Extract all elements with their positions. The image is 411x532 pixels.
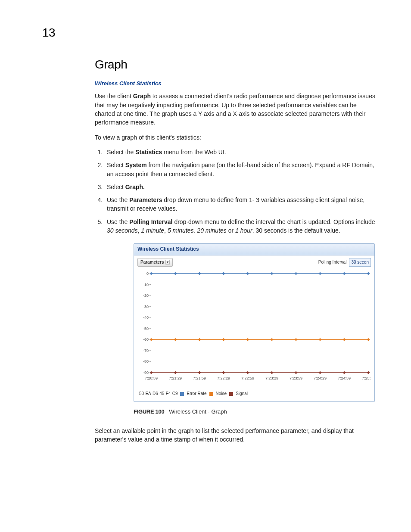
svg-rect-52 [198,371,201,374]
chart-panel: Wireless Client Statistics Parameters ▾ … [134,243,375,401]
figure-title: Wireless Client - Graph [169,408,227,415]
svg-rect-41 [174,338,177,341]
svg-text:7:22:29: 7:22:29 [217,376,230,380]
svg-rect-56 [294,371,297,374]
svg-rect-39 [367,272,370,275]
svg-text:7:25:29: 7:25:29 [362,376,371,380]
svg-text:7:23:29: 7:23:29 [265,376,278,380]
svg-text:7:23:59: 7:23:59 [290,376,302,380]
svg-text:0: 0 [146,271,149,276]
chart-legend: 50-EA-D6-45-F4-C9 Error Rate Noise Signa… [134,390,374,401]
svg-rect-34 [246,272,249,275]
text-bold: Polling Interval [129,218,172,225]
parameters-label: Parameters [140,259,164,266]
step-3: Select Graph. [104,183,377,191]
svg-text:-10: -10 [143,283,149,287]
svg-rect-33 [222,272,225,275]
svg-rect-53 [222,371,225,374]
text: Use the [107,218,129,225]
step-2: Select System from the navigation pane (… [104,161,377,178]
text: Select [107,162,125,168]
svg-text:-50: -50 [143,327,149,331]
text: or [227,227,235,234]
svg-text:7:21:29: 7:21:29 [169,376,182,380]
svg-text:7:21:59: 7:21:59 [193,376,206,380]
steps-list: Select the Statistics menu from the Web … [95,148,377,235]
legend-swatch-error-rate [180,392,184,396]
legend-label-signal: Signal [236,391,248,397]
svg-text:-20: -20 [143,293,149,298]
intro-paragraph: Use the client Graph to assess a connect… [95,92,377,127]
text-italic: 5 minutes, 20 minutes [168,227,227,234]
legend-mac: 50-EA-D6-45-F4-C9 [139,391,177,397]
legend-label-noise: Noise [216,391,227,397]
svg-text:7:24:59: 7:24:59 [338,376,351,380]
step-5: Use the Polling Interval drop-down menu … [104,218,377,235]
svg-text:-80: -80 [143,360,149,364]
svg-rect-42 [198,338,201,341]
content-column: Graph Wireless Client Statistics Use the… [95,0,377,444]
panel-toolbar: Parameters ▾ Polling Interval 30 secon [134,255,374,269]
text: Select [107,184,125,190]
step-4: Use the Parameters drop down menu to def… [104,196,377,213]
svg-rect-57 [318,371,321,374]
figure-number: FIGURE 100 [134,408,164,415]
svg-text:-40: -40 [143,315,149,320]
svg-text:-90: -90 [143,370,149,375]
text: Select the [107,149,135,156]
text-italic: 1 hour [235,227,252,234]
svg-rect-47 [318,338,321,341]
legend-label-error-rate: Error Rate [187,391,206,397]
text-bold: Graph. [125,184,145,190]
svg-text:-60: -60 [143,338,149,342]
text-italic: 1 minute [141,227,164,234]
svg-text:7:24:29: 7:24:29 [314,376,327,380]
chart-svg: 0-10-20-30-40-50-60-70-80-907:20:597:21:… [138,270,371,382]
svg-rect-38 [342,272,346,275]
text: , [164,227,168,234]
text-italic: 30 seconds [107,227,138,234]
polling-area: Polling Interval 30 secon [318,258,371,267]
svg-text:7:22:59: 7:22:59 [241,376,254,380]
page-number: 13 [42,24,55,42]
svg-rect-48 [342,338,346,341]
svg-text:-30: -30 [143,305,149,309]
svg-rect-40 [149,338,153,341]
polling-interval-label: Polling Interval [318,259,347,266]
figure-caption: FIGURE 100 Wireless Client - Graph [134,408,375,416]
subhead-link: Wireless Client Statistics [95,80,377,88]
svg-rect-32 [198,272,201,275]
outro-paragraph: Select an available point in the graph t… [95,426,377,444]
text-bold: Graph [133,93,151,100]
svg-text:7:20:59: 7:20:59 [145,376,158,380]
text: Use the client [95,93,133,100]
svg-rect-45 [270,338,273,341]
text-bold: Statistics [135,149,162,156]
svg-rect-59 [367,371,370,374]
svg-rect-46 [294,338,297,341]
parameters-dropdown[interactable]: Parameters ▾ [137,258,173,267]
lead-in-paragraph: To view a graph of this client's statist… [95,133,377,142]
svg-text:-70: -70 [143,348,149,353]
svg-rect-49 [367,338,370,341]
text: drop-down menu to define the interval th… [173,218,375,225]
text: Use the [107,196,129,203]
text-bold: Parameters [129,196,162,203]
svg-rect-58 [342,371,346,374]
svg-rect-37 [318,272,321,275]
step-1: Select the Statistics menu from the Web … [104,148,377,156]
svg-rect-50 [149,371,153,374]
line-chart-plot: 0-10-20-30-40-50-60-70-80-907:20:597:21:… [134,268,374,390]
polling-interval-dropdown[interactable]: 30 secon [349,258,371,267]
svg-rect-44 [246,338,249,341]
chevron-down-icon: ▾ [165,260,170,265]
text-bold: System [125,162,147,168]
svg-rect-30 [149,272,153,275]
section-title: Graph [95,56,377,74]
svg-rect-31 [174,272,177,275]
text: . 30 seconds is the default value. [252,227,340,234]
svg-rect-54 [246,371,249,374]
svg-rect-43 [222,338,225,341]
text: from the navigation pane (on the left-ha… [107,162,374,177]
svg-rect-55 [270,371,273,374]
